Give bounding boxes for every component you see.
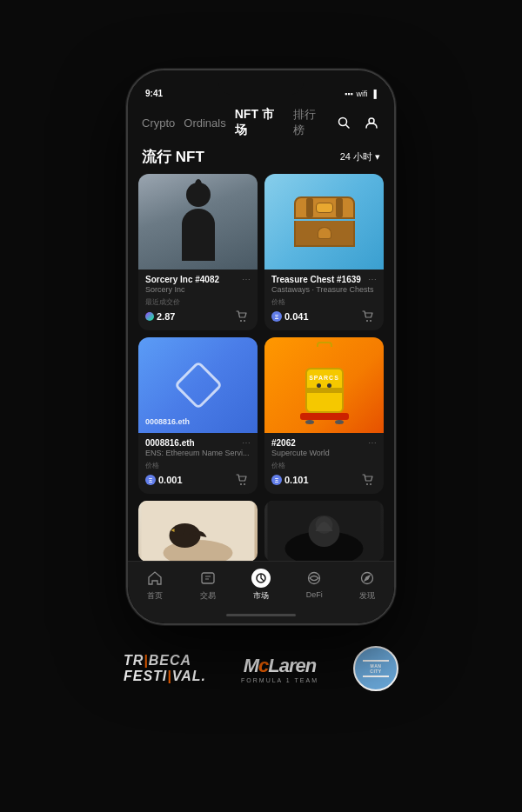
silhouette-head [186, 183, 211, 207]
price-label: 最近成交价 [145, 297, 251, 307]
tab-defi-label: DeFi [306, 590, 323, 599]
chest-strap-right [336, 198, 343, 217]
cart-button-supercute[interactable] [359, 471, 377, 489]
nft-info-supercute: #2062 ⋯ Supercute World 价格 Ξ 0.101 [264, 433, 384, 494]
signal-icon: ▪▪▪ [345, 90, 353, 98]
price-label-treasure: 价格 [271, 297, 377, 307]
nft-title-row-treasure: Treasure Chest #1639 ⋯ [271, 275, 377, 284]
search-icon[interactable] [335, 114, 352, 131]
preview-svg-2 [264, 501, 384, 562]
home-indicator [226, 614, 296, 616]
tab-defi[interactable]: DeFi [288, 569, 341, 599]
phone-notch [218, 70, 304, 95]
cart-button-ens[interactable] [233, 471, 251, 489]
nav-rankings[interactable]: 排行榜 [293, 107, 326, 138]
svg-point-7 [240, 483, 242, 485]
svg-point-6 [370, 320, 371, 322]
status-icons: ▪▪▪ wifi ▐ [345, 90, 377, 98]
nft-collection: Sorcery Inc [145, 285, 251, 294]
svg-point-10 [370, 483, 371, 485]
eth-icon-ens: Ξ [145, 475, 156, 485]
price-label-ens: 价格 [145, 461, 251, 470]
preview-card-1[interactable] [138, 501, 258, 562]
left-eye [317, 383, 321, 388]
chest-strap-left [306, 198, 313, 217]
mancity-text: MANCITY [370, 663, 381, 674]
price-value-supercute: Ξ 0.101 [271, 475, 309, 485]
preview-card-2[interactable] [264, 501, 384, 562]
tab-trade[interactable]: 交易 [181, 569, 234, 602]
menu-dots-icon[interactable]: ⋯ [242, 275, 251, 284]
nav-crypto[interactable]: Crypto [142, 116, 175, 130]
svg-point-4 [244, 320, 245, 322]
treasure-chest [294, 196, 355, 247]
svg-point-9 [366, 483, 368, 485]
nft-image-supercute: Sparcs [264, 337, 384, 433]
nav-nft-market[interactable]: NFT 市场 [235, 107, 284, 138]
nft-price-row: 2.87 [145, 308, 251, 325]
tab-bar: 首页 交易 [128, 561, 394, 623]
section-title: 流行 NFT [142, 147, 204, 167]
tab-home-label: 首页 [147, 590, 163, 602]
nft-card-sorcery[interactable]: Sorcery Inc #4082 ⋯ Sorcery Inc 最近成交价 2. [138, 174, 258, 330]
tab-discover[interactable]: 发现 [341, 569, 394, 602]
price-value-ens: Ξ 0.001 [145, 475, 183, 485]
nft-title-row: Sorcery Inc #4082 ⋯ [145, 275, 251, 284]
nft-card-treasure[interactable]: Treasure Chest #1639 ⋯ Castaways · Treas… [264, 174, 384, 330]
section-header: 流行 NFT 24 小时 ▾ [128, 142, 394, 174]
brand-mclaren: McLaren FORMULA 1 TEAM [241, 655, 318, 683]
nft-image-ens: 0008816.eth [138, 337, 258, 433]
tab-discover-label: 发现 [359, 590, 375, 602]
skate-character: Sparcs [293, 347, 356, 423]
nft-card-ens[interactable]: 0008816.eth 0008816.eth ⋯ ENS: Ethereum … [138, 337, 258, 494]
tab-home[interactable]: 首页 [128, 569, 181, 602]
home-icon [145, 569, 164, 588]
nft-price-row-supercute: Ξ 0.101 [271, 471, 377, 489]
battery-icon: ▐ [371, 90, 377, 98]
menu-dots-icon[interactable]: ⋯ [368, 438, 377, 448]
nft-title: Sorcery Inc #4082 [145, 275, 219, 284]
chest-lid [294, 196, 355, 219]
svg-point-3 [240, 320, 242, 322]
profile-icon[interactable] [363, 114, 380, 131]
nft-title-supercute: #2062 [271, 438, 296, 448]
mancity-line-2 [363, 676, 389, 677]
nav-ordinals[interactable]: Ordinals [184, 116, 225, 130]
wifi-icon: wifi [357, 90, 368, 98]
preview-svg-1 [138, 501, 258, 562]
nav-icons [335, 114, 380, 131]
svg-point-8 [244, 483, 245, 485]
silhouette [172, 183, 224, 261]
trade-icon [198, 569, 218, 588]
mclaren-subtitle: FORMULA 1 TEAM [241, 677, 318, 683]
nft-title-treasure: Treasure Chest #1639 [271, 275, 361, 284]
nft-collection-supercute: Supercute World [271, 449, 377, 457]
ens-label: 0008816.eth [145, 417, 190, 426]
discover-icon [358, 569, 377, 588]
nft-price-row-treasure: Ξ 0.041 [271, 308, 377, 325]
tribeca-text: TR|BECA FESTI|VAL. [124, 653, 206, 683]
nft-collection-treasure: Castaways · Treasure Chests ✓ [271, 285, 377, 294]
screen-content: 9:41 ▪▪▪ wifi ▐ Crypto Ordinals NFT 市场 排… [128, 70, 394, 623]
cart-button[interactable] [233, 308, 251, 325]
time-filter[interactable]: 24 小时 ▾ [340, 150, 380, 163]
svg-point-2 [369, 118, 374, 123]
nft-title-ens: 0008816.eth [145, 438, 195, 448]
phone-mockup: 9:41 ▪▪▪ wifi ▐ Crypto Ordinals NFT 市场 排… [126, 69, 396, 625]
svg-marker-26 [365, 576, 370, 581]
nft-card-supercute[interactable]: Sparcs #2062 ⋯ Supercute World 价格 [264, 337, 384, 494]
menu-dots-icon[interactable]: ⋯ [242, 438, 251, 448]
mancity-line-1 [363, 660, 389, 662]
skateboard [300, 413, 349, 420]
nft-info-treasure: Treasure Chest #1639 ⋯ Castaways · Treas… [264, 270, 384, 330]
svg-point-5 [366, 320, 368, 322]
nft-image-treasure [264, 174, 384, 270]
eth-icon: Ξ [271, 311, 282, 322]
nft-info-ens: 0008816.eth ⋯ ENS: Ethereum Name Servi..… [138, 433, 258, 494]
menu-dots-icon[interactable]: ⋯ [368, 275, 377, 284]
brand-tribeca: TR|BECA FESTI|VAL. [124, 653, 206, 683]
mancity-inner: MANCITY [357, 649, 395, 688]
tab-market[interactable]: 市场 [234, 569, 287, 602]
nft-grid: Sorcery Inc #4082 ⋯ Sorcery Inc 最近成交价 2. [128, 174, 394, 494]
cart-button-treasure[interactable] [359, 308, 377, 325]
